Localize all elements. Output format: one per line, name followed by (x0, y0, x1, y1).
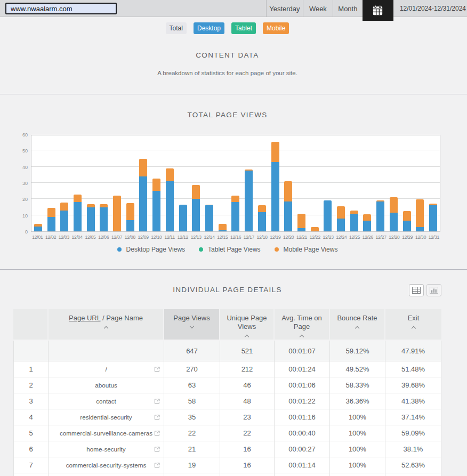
data-cell: 00:01:24 (275, 361, 330, 377)
x-tick-label: 12/19 (269, 235, 282, 240)
x-tick-label: 12/30 (414, 235, 428, 240)
content-data-subtitle: A breakdown of statistics for each page … (0, 70, 455, 76)
data-cell: 22 (220, 425, 275, 441)
legend-dot (275, 247, 279, 252)
filter-button-total[interactable]: Total (166, 22, 187, 34)
total-page-views-title: TOTAL PAGE VIEWS (0, 111, 455, 119)
row-number-cell: 5 (13, 425, 49, 441)
data-cell: 63 (164, 377, 220, 393)
chart-x-axis: 12/0112/0212/0312/0412/0512/0612/0712/08… (31, 235, 440, 240)
chart-view-button[interactable] (426, 284, 441, 296)
column-header-avg-time-on-page[interactable]: Avg. Time on Page (275, 309, 330, 341)
yesterday-button[interactable]: Yesterday (267, 0, 303, 17)
column-header-unique-page-views[interactable]: Unique Page Views (220, 309, 275, 341)
topbar: Yesterday Week Month 12/01/20 (0, 0, 467, 17)
data-cell: 16 (220, 441, 275, 457)
bar-12/18 (255, 135, 269, 231)
external-link-icon[interactable] (154, 398, 160, 404)
x-tick-label: 12/01 (31, 235, 44, 240)
table-header-row: Page URL / Page NamePage ViewsUnique Pag… (13, 309, 441, 341)
summary-cell: 647 (164, 341, 220, 361)
data-cell: 100% (330, 425, 385, 441)
data-cell: 48 (220, 393, 275, 409)
data-cell: 21 (164, 441, 220, 457)
data-cell: 51.48% (385, 361, 441, 377)
bar-12/15 (216, 135, 229, 231)
table-row: 1/27021200:01:2449.52%51.48% (13, 361, 441, 377)
table-row: 6home-security211600:00:27100%38.1% (13, 441, 441, 457)
x-tick-label: 12/10 (150, 235, 163, 240)
row-number-cell: 7 (13, 457, 49, 473)
url-input[interactable] (5, 3, 117, 14)
external-link-icon[interactable] (154, 414, 160, 420)
date-range[interactable]: 12/01/2024-12/31/2024 (393, 0, 467, 17)
x-tick-label: 12/16 (229, 235, 243, 240)
sort-down-icon (189, 324, 194, 328)
page-name-cell: commercial-surveillance-cameras (49, 425, 164, 441)
legend-mobile-page-views[interactable]: Mobile Page Views (275, 246, 338, 253)
x-tick-label: 12/15 (216, 235, 229, 240)
bar-12/14 (203, 135, 216, 231)
page-name-cell: home-security (49, 441, 164, 457)
data-cell: 00:01:16 (275, 409, 330, 425)
chart-bars (31, 135, 440, 231)
x-tick-label: 12/21 (295, 235, 309, 240)
bar-12/02 (45, 135, 58, 231)
bar-12/16 (229, 135, 243, 231)
bar-12/06 (98, 135, 111, 231)
data-cell: 00:01:14 (275, 457, 330, 473)
legend-dot (199, 247, 203, 252)
legend-tablet-page-views[interactable]: Tablet Page Views (199, 246, 261, 253)
page-name-cell: / (49, 361, 164, 377)
content-data-title: CONTENT DATA (0, 51, 455, 59)
table-row: 3contact584800:01:2236.36%41.38% (13, 393, 441, 409)
calendar-icon (372, 4, 384, 17)
x-tick-label: 12/31 (427, 235, 440, 240)
view-toggles (409, 284, 441, 296)
data-cell: 36.36% (330, 393, 385, 409)
bar-12/28 (387, 135, 400, 231)
sort-up-icon (411, 326, 415, 330)
sort-up-icon (300, 335, 304, 339)
data-cell: 38.1% (385, 441, 441, 457)
data-cell: 00:01:22 (275, 393, 330, 409)
filter-button-tablet[interactable]: Tablet (231, 22, 256, 34)
calendar-button[interactable] (363, 0, 393, 21)
week-button[interactable]: Week (303, 0, 333, 17)
column-header-row-number (13, 309, 49, 341)
external-link-icon[interactable] (154, 462, 160, 468)
data-cell: 49.52% (330, 361, 385, 377)
divider (0, 269, 467, 270)
x-tick-label: 12/26 (361, 235, 375, 240)
data-cell: 270 (164, 361, 220, 377)
legend-desktop-page-views[interactable]: Desktop Page Views (117, 246, 186, 253)
filter-button-mobile[interactable]: Mobile (263, 22, 289, 34)
bar-12/11 (163, 135, 176, 231)
bar-12/22 (308, 135, 321, 231)
page-name-cell: contact (49, 393, 164, 409)
data-cell: 19 (164, 457, 220, 473)
column-header-page-views[interactable]: Page Views (164, 309, 220, 341)
x-tick-label: 12/13 (189, 235, 203, 240)
x-tick-label: 12/06 (97, 235, 110, 240)
column-header-bounce-rate[interactable]: Bounce Rate (330, 309, 385, 341)
external-link-icon[interactable] (154, 430, 160, 436)
bar-12/09 (137, 135, 150, 231)
legend-dot (117, 247, 122, 252)
row-number-cell: 1 (13, 361, 49, 377)
chart-legend: Desktop Page ViewsTablet Page ViewsMobil… (0, 246, 455, 253)
column-header-page-url[interactable]: Page URL / Page Name (49, 309, 164, 341)
bar-12/31 (426, 135, 440, 231)
external-link-icon[interactable] (154, 446, 160, 452)
table-view-button[interactable] (409, 284, 424, 296)
bar-12/05 (84, 135, 98, 231)
column-header-exit[interactable]: Exit (385, 309, 441, 341)
filter-button-desktop[interactable]: Desktop (194, 22, 224, 34)
data-cell: 22 (164, 425, 220, 441)
month-button[interactable]: Month (333, 0, 363, 17)
x-tick-label: 12/11 (163, 235, 176, 240)
row-number-cell: 6 (13, 441, 49, 457)
x-tick-label: 12/14 (203, 235, 216, 240)
individual-page-details-title: INDIVIDUAL PAGE DETAILS (0, 286, 455, 294)
external-link-icon[interactable] (154, 366, 160, 372)
